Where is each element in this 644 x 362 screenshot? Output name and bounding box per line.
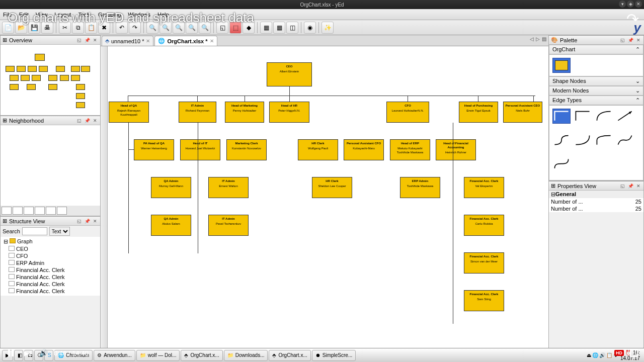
- nb-tab[interactable]: [24, 207, 34, 215]
- nb-tab[interactable]: [2, 207, 12, 215]
- svg-marker-0: [629, 112, 632, 115]
- video-controls: ▶| 0:46 / 14:40 HD: [0, 345, 644, 361]
- minimize-button[interactable]: ▾: [619, 1, 626, 8]
- volume-button[interactable]: [39, 349, 48, 357]
- tab-list-icon[interactable]: ▤: [542, 36, 546, 42]
- maximize-button[interactable]: ◈: [627, 1, 634, 8]
- edge-type[interactable]: [552, 132, 571, 147]
- close-icon[interactable]: ✕: [635, 183, 641, 189]
- edge-type[interactable]: [616, 109, 634, 124]
- dock-icon[interactable]: ◱: [76, 118, 82, 124]
- window-title: OrgChart.xlsx - yEd: [300, 2, 344, 8]
- close-icon[interactable]: ✕: [92, 218, 98, 224]
- props-row[interactable]: Number of ...25: [549, 205, 643, 212]
- wand-button[interactable]: ✨: [321, 22, 334, 34]
- snap-button[interactable]: ▦: [273, 22, 285, 34]
- share-icon[interactable]: ↷: [626, 10, 639, 28]
- nb-tab[interactable]: [35, 207, 45, 215]
- structure-tree[interactable]: ⊟ Graph CEO CFO ERP Admin Financial Acc.…: [1, 237, 100, 296]
- tab-unnamed[interactable]: ⬘unnamed10 *✕: [102, 36, 153, 46]
- nb-tab[interactable]: [57, 207, 67, 215]
- fullscreen-button[interactable]: [630, 349, 638, 357]
- nb-tab[interactable]: [13, 207, 23, 215]
- search-mode-select[interactable]: Text: [49, 227, 70, 236]
- close-icon[interactable]: ✕: [146, 38, 150, 44]
- palette-section-shape[interactable]: Shape Nodes⌄: [549, 76, 643, 86]
- props-row[interactable]: Number of ...25: [549, 198, 643, 205]
- close-button[interactable]: ✕: [635, 1, 642, 8]
- edge-type[interactable]: [595, 109, 613, 124]
- video-time: 0:46 / 14:40: [54, 349, 89, 357]
- pin-icon[interactable]: 📌: [627, 183, 633, 189]
- hd-badge[interactable]: HD: [614, 350, 624, 356]
- edge-type[interactable]: [574, 109, 592, 124]
- dock-icon[interactable]: ◱: [76, 37, 82, 43]
- overview-title: Overview: [9, 37, 32, 43]
- pin-icon[interactable]: 📌: [84, 218, 90, 224]
- nb-tab[interactable]: [46, 207, 56, 215]
- palette-section-orgchart[interactable]: OrgChart⌃: [549, 45, 643, 54]
- palette-orgchart-node[interactable]: [552, 58, 571, 73]
- palette-title: Palette: [560, 37, 577, 43]
- dock-icon[interactable]: ◱: [619, 37, 625, 43]
- structure-title: Structure View: [9, 218, 45, 224]
- close-icon[interactable]: ✕: [210, 38, 214, 44]
- pin-icon[interactable]: 📌: [627, 37, 633, 43]
- edge-type[interactable]: [552, 156, 571, 171]
- group-button[interactable]: ◉: [304, 22, 316, 34]
- edge-type[interactable]: [595, 132, 613, 147]
- pin-icon[interactable]: 📌: [84, 118, 90, 124]
- dock-icon[interactable]: ◱: [76, 218, 82, 224]
- edge-type[interactable]: [552, 109, 571, 124]
- palette-section-modern[interactable]: Modern Nodes⌄: [549, 86, 643, 96]
- dock-icon[interactable]: ◱: [619, 183, 625, 189]
- overview-minimap[interactable]: [1, 45, 100, 115]
- tab-next-icon[interactable]: ▷: [536, 36, 540, 42]
- tab-orgchart[interactable]: 🌐OrgChart.xlsx *✕: [154, 36, 217, 46]
- pause-button[interactable]: [5, 347, 16, 358]
- close-icon[interactable]: ✕: [635, 37, 641, 43]
- tab-prev-icon[interactable]: ◁: [530, 36, 534, 42]
- window-titlebar: OrgChart.xlsx - yEd ▾ ◈ ✕: [0, 0, 644, 9]
- close-icon[interactable]: ✕: [92, 37, 98, 43]
- pin-icon[interactable]: 📌: [84, 37, 90, 43]
- graph-canvas[interactable]: CEOAlbert Einstein Head of QARajesh Rama…: [101, 46, 548, 357]
- search-input[interactable]: [22, 227, 47, 235]
- next-button[interactable]: ▶|: [22, 347, 33, 358]
- palette-section-edge[interactable]: Edge Types⌃: [549, 96, 643, 105]
- close-icon[interactable]: ✕: [92, 118, 98, 124]
- neighborhood-canvas[interactable]: [1, 125, 100, 206]
- grid-button[interactable]: ▦: [260, 22, 272, 34]
- search-label: Search: [3, 228, 20, 234]
- props-general: General: [555, 191, 576, 198]
- edge-type[interactable]: [574, 132, 592, 147]
- video-title: Org charts with yED and spreadsheet data: [8, 10, 254, 26]
- ortho-button[interactable]: ◫: [286, 22, 298, 34]
- neighborhood-title: Neighborhood: [9, 118, 44, 124]
- edge-type[interactable]: [616, 132, 634, 147]
- properties-title: Properties View: [557, 183, 596, 189]
